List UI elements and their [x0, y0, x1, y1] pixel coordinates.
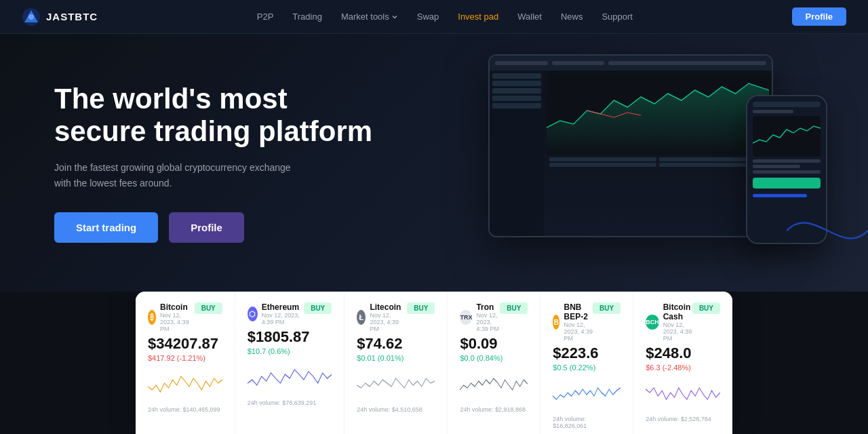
- ticker-wrapper: ₿ Bitcoin Nov 12, 2023, 4:39 PM BUY $342…: [0, 292, 868, 434]
- bnb-price: $223.6: [553, 344, 620, 362]
- nav-news[interactable]: News: [561, 12, 583, 22]
- navbar: JASTBTC P2P Trading Market tools Swap In…: [0, 0, 868, 34]
- btc-buy-button[interactable]: BUY: [195, 302, 222, 314]
- btc-price: $34207.87: [148, 335, 222, 353]
- eth-volume: 24h volume: $78,639,291: [248, 399, 332, 406]
- trx-date: Nov 12, 2023, 4:39 PM: [476, 312, 500, 332]
- bnb-name: BNB BEP-2: [564, 302, 593, 321]
- nav-links: P2P Trading Market tools Swap Invest pad…: [257, 12, 633, 22]
- bnb-change: $0.5 (0.22%): [553, 363, 620, 372]
- start-trading-button[interactable]: Start trading: [54, 212, 158, 243]
- eth-buy-button[interactable]: BUY: [304, 302, 332, 314]
- ticker-card-bnb: B BNB BEP-2 Nov 12, 2023, 4:39 PM BUY $2…: [540, 292, 633, 434]
- bnb-volume: 24h volume: $16,826,061: [553, 416, 620, 429]
- brand-name: JASTBTC: [46, 11, 98, 22]
- ticker-card-ltc: Ł Litecoin Nov 12, 2023, 4:39 PM BUY $74…: [344, 292, 448, 434]
- btc-name: Bitcoin: [160, 302, 195, 312]
- ticker-cards: ₿ Bitcoin Nov 12, 2023, 4:39 PM BUY $342…: [136, 292, 732, 434]
- chevron-down-icon: [391, 14, 398, 20]
- bch-price: $248.0: [646, 344, 720, 362]
- ticker-card-btc: ₿ Bitcoin Nov 12, 2023, 4:39 PM BUY $342…: [136, 292, 235, 434]
- ltc-buy-button[interactable]: BUY: [407, 302, 435, 314]
- hero-content: The world's most secure trading platform…: [54, 83, 372, 243]
- bch-date: Nov 12, 2023, 4:39 PM: [663, 321, 692, 342]
- nav-profile-button[interactable]: Profile: [792, 7, 846, 26]
- profile-button[interactable]: Profile: [169, 212, 244, 243]
- hero-wave-decoration: [787, 190, 868, 271]
- bch-icon: BCH: [646, 315, 659, 330]
- ltc-icon: Ł: [357, 310, 366, 325]
- bnb-buy-button[interactable]: BUY: [593, 302, 620, 314]
- btc-change: $417.92 (-1.21%): [148, 354, 222, 362]
- hero-section: The world's most secure trading platform…: [0, 34, 868, 292]
- eth-date: Nov 12, 2023, 4:39 PM: [262, 312, 304, 326]
- ticker-card-bch: BCH Bitcoin Cash Nov 12, 2023, 4:39 PM B…: [633, 292, 732, 434]
- ticker-section: ₿ Bitcoin Nov 12, 2023, 4:39 PM BUY $342…: [136, 292, 732, 434]
- bch-volume: 24h volume: $2,528,784: [646, 416, 720, 422]
- trx-price: $0.09: [460, 335, 528, 353]
- hero-subtitle: Join the fastest growing global cryptocu…: [54, 160, 298, 191]
- btc-icon: ₿: [148, 310, 156, 325]
- eth-chart: [248, 359, 332, 397]
- trx-icon: TRX: [460, 310, 472, 325]
- bch-name: Bitcoin Cash: [663, 302, 692, 321]
- ticker-card-eth: ⬡ Ethereum Nov 12, 2023, 4:39 PM BUY $18…: [235, 292, 344, 434]
- bch-change: $6.3 (-2.48%): [646, 363, 720, 372]
- eth-price: $1805.87: [248, 328, 332, 346]
- trx-buy-button[interactable]: BUY: [500, 302, 528, 314]
- ltc-price: $74.62: [357, 335, 435, 353]
- bch-chart: [646, 376, 720, 413]
- nav-swap[interactable]: Swap: [417, 12, 439, 22]
- ltc-chart: [357, 366, 435, 403]
- ltc-change: $0.01 (0.01%): [357, 354, 435, 362]
- ltc-name: Litecoin: [370, 302, 407, 312]
- btc-volume: 24h volume: $140,465,099: [148, 406, 222, 413]
- svg-point-2: [28, 14, 34, 20]
- nav-trading[interactable]: Trading: [292, 12, 322, 22]
- trx-chart: [460, 366, 528, 403]
- bnb-chart: [553, 376, 620, 413]
- nav-wallet[interactable]: Wallet: [517, 12, 542, 22]
- nav-market-tools[interactable]: Market tools: [341, 12, 398, 22]
- btc-date: Nov 12, 2023, 4:39 PM: [160, 312, 195, 332]
- nav-p2p[interactable]: P2P: [257, 12, 274, 22]
- brand[interactable]: JASTBTC: [22, 7, 98, 26]
- bnb-icon: B: [553, 315, 559, 330]
- trx-change: $0.0 (0.84%): [460, 354, 528, 362]
- ticker-card-trx: TRX Tron Nov 12, 2023, 4:39 PM BUY $0.09…: [448, 292, 540, 434]
- eth-change: $10.7 (0.6%): [248, 347, 332, 355]
- hero-title: The world's most secure trading platform: [54, 83, 372, 149]
- ltc-volume: 24h volume: $4,510,658: [357, 406, 435, 413]
- eth-icon: ⬡: [248, 307, 258, 321]
- trx-volume: 24h volume: $2,918,868: [460, 406, 528, 413]
- hero-tablet: [488, 54, 773, 237]
- hero-buttons: Start trading Profile: [54, 212, 372, 243]
- nav-invest-pad[interactable]: Invest pad: [458, 12, 498, 22]
- btc-chart: [148, 366, 222, 403]
- eth-name: Ethereum: [262, 302, 304, 312]
- nav-support[interactable]: Support: [601, 12, 633, 22]
- bnb-date: Nov 12, 2023, 4:39 PM: [564, 321, 593, 342]
- trx-name: Tron: [476, 302, 500, 312]
- logo-icon: [22, 7, 41, 26]
- bch-buy-button[interactable]: BUY: [692, 302, 720, 314]
- svg-marker-3: [547, 83, 769, 155]
- ltc-date: Nov 12, 2023, 4:39 PM: [370, 312, 407, 332]
- hero-visual: [448, 54, 841, 271]
